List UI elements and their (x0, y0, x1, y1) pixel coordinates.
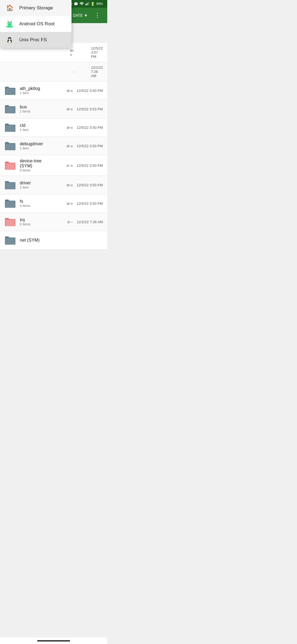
partial-perms-1: dr-x (70, 48, 75, 57)
navigation-drawer: 🏠 Primary Storage (0, 0, 72, 48)
file-row[interactable]: driver 1 item dr-x 12/5/22 3:50 PM (0, 176, 107, 194)
file-info: ath_pktlog 1 item (20, 86, 55, 95)
file-row[interactable]: net (SYM) (0, 231, 107, 250)
svg-line-18 (11, 21, 12, 22)
unix-proc-fs-label: Unix Proc FS (19, 37, 47, 43)
menu-item-android-os-root[interactable]: Android OS Root (0, 16, 72, 32)
file-meta: 4 items (20, 204, 55, 208)
svg-point-19 (9, 23, 9, 24)
partial-row-2: - 12/2/22 7:26 AM (0, 62, 107, 81)
file-name: fs (20, 199, 55, 204)
file-row[interactable]: irq 0 items d--- 12/2/22 7:26 AM (0, 213, 107, 231)
svg-rect-5 (89, 2, 89, 5)
file-meta: 2 items (20, 110, 55, 113)
svg-rect-22 (6, 26, 7, 28)
partial-date-2: 12/2/22 7:26 AM (91, 66, 103, 78)
file-row[interactable]: bus 2 items dr-x 12/5/22 3:53 PM (0, 100, 107, 118)
wifi-icon (79, 2, 84, 6)
more-icon: ⋮ (94, 12, 101, 19)
file-permissions: dr-x (59, 107, 73, 111)
folder-icon (4, 160, 16, 171)
folder-icon (4, 198, 16, 209)
file-row[interactable]: device-tree (SYM) 0 items d--x 12/5/22 3… (0, 155, 107, 176)
svg-rect-1 (85, 4, 86, 5)
signal-icon (85, 2, 89, 6)
file-date: 12/5/22 3:50 PM (77, 144, 103, 148)
file-date: 12/5/22 3:50 PM (77, 183, 103, 187)
sort-label: DATE (73, 13, 83, 18)
file-meta: 1 item (20, 146, 55, 150)
svg-rect-3 (87, 3, 87, 5)
file-date: 12/5/22 3:50 PM (77, 89, 103, 93)
sort-arrow-icon: ▼ (84, 13, 88, 18)
file-list: ath_pktlog 1 item dr-x 12/5/22 3:50 PM b… (0, 81, 107, 250)
file-name: device-tree (SYM) (20, 159, 55, 168)
svg-rect-2 (86, 4, 87, 5)
file-meta: 1 item (20, 91, 55, 95)
file-info: fs 4 items (20, 199, 55, 208)
file-date: 12/5/22 3:50 PM (77, 163, 103, 168)
chat-icon: 💬 (74, 2, 78, 6)
file-permissions: dr-x (59, 201, 73, 206)
file-date: 12/5/22 3:53 PM (77, 107, 103, 111)
file-name: cld (20, 123, 55, 128)
date-sort-button[interactable]: DATE ▼ (71, 12, 90, 19)
file-row[interactable]: cld 1 item dr-x 12/5/22 3:50 PM (0, 118, 107, 137)
file-name: bus (20, 105, 55, 110)
file-info: device-tree (SYM) 0 items (20, 159, 55, 172)
file-info: irq 0 items (20, 217, 55, 226)
file-permissions: dr-x (59, 125, 73, 130)
menu-item-primary-storage[interactable]: 🏠 Primary Storage (0, 0, 72, 16)
file-info: cld 1 item (20, 123, 55, 132)
file-row[interactable]: ath_pktlog 1 item dr-x 12/5/22 3:50 PM (0, 81, 107, 100)
app-bar-actions: DATE ▼ ⋮ (71, 11, 103, 20)
file-meta: 1 item (20, 128, 55, 132)
file-row[interactable]: fs 4 items dr-x 12/5/22 3:50 PM (0, 194, 107, 213)
android-icon (6, 20, 14, 28)
file-date: 12/2/22 7:26 AM (77, 220, 103, 224)
file-info: bus 2 items (20, 105, 55, 113)
folder-icon (4, 103, 16, 115)
file-permissions: dr-x (59, 144, 73, 148)
file-meta: 1 item (20, 185, 55, 189)
android-os-root-label: Android OS Root (19, 21, 55, 27)
status-icons: ✉ 💬 🔋 99% (69, 2, 103, 6)
menu-item-unix-proc-fs[interactable]: Unix Proc FS (0, 32, 72, 48)
file-name: net (SYM) (20, 238, 81, 243)
file-date: 12/5/22 3:50 PM (77, 125, 103, 130)
file-name: debugdriver (20, 141, 55, 146)
folder-icon (4, 179, 16, 191)
svg-rect-21 (7, 26, 12, 28)
file-permissions: d--x (59, 163, 73, 168)
svg-rect-4 (88, 2, 88, 5)
folder-icon (4, 234, 16, 246)
file-info: net (SYM) (20, 238, 81, 243)
file-meta: 0 items (20, 168, 55, 172)
folder-icon (4, 85, 16, 96)
svg-point-0 (81, 5, 82, 5)
file-row[interactable]: debugdriver 1 item dr-x 12/5/22 3:50 PM (0, 137, 107, 155)
svg-point-34 (9, 39, 10, 40)
file-name: irq (20, 217, 55, 222)
home-icon: 🏠 (6, 4, 14, 12)
file-meta: 0 items (20, 222, 55, 226)
file-info: debugdriver 1 item (20, 141, 55, 150)
folder-icon (4, 122, 16, 133)
file-info: driver 1 item (20, 181, 55, 189)
svg-point-27 (8, 40, 11, 43)
folder-icon (4, 140, 16, 152)
file-permissions: dr-x (59, 89, 73, 93)
primary-storage-label: Primary Storage (19, 5, 53, 11)
battery-level: 99% (96, 2, 103, 6)
battery-icon: 🔋 (90, 2, 95, 6)
file-name: driver (20, 181, 55, 185)
svg-point-20 (10, 23, 11, 24)
file-permissions: d--- (59, 220, 73, 224)
svg-point-32 (9, 39, 9, 39)
svg-rect-23 (12, 26, 13, 28)
file-permissions: dr-x (59, 183, 73, 187)
file-name: ath_pktlog (20, 86, 55, 91)
more-options-button[interactable]: ⋮ (92, 11, 103, 20)
svg-point-33 (10, 39, 10, 39)
partial-date-1: 12/5/22 3:57 PM (91, 46, 103, 59)
